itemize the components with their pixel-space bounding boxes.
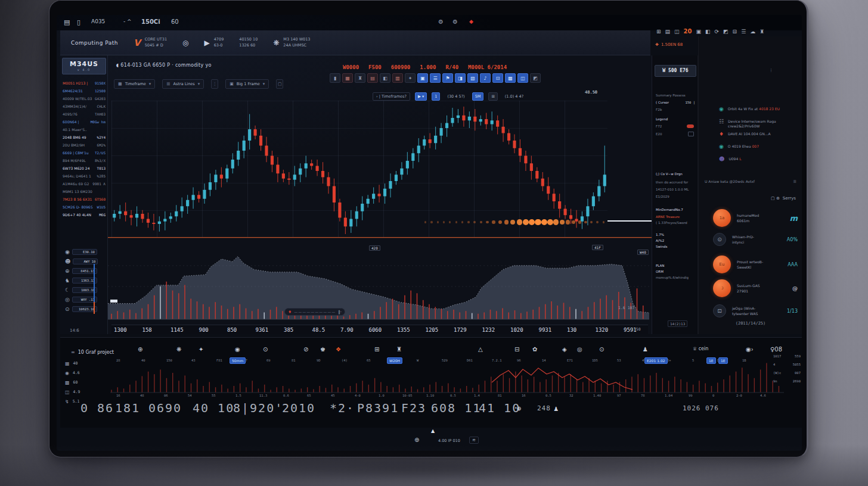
- order-row[interactable]: 14127-010 1.0.0 ML: [656, 188, 696, 191]
- filter-chip[interactable]: ▶ ▾: [415, 92, 427, 101]
- watchlist-row[interactable]: 6669 | C8M'1uT2/US: [60, 149, 108, 157]
- tool-button[interactable]: ▣: [417, 73, 428, 83]
- order-row[interactable]: Legend: [656, 117, 696, 121]
- toolbar-icon[interactable]: ☁: [750, 29, 755, 35]
- order-row[interactable]: PLAN: [656, 264, 696, 267]
- tool-button[interactable]: ♪: [480, 73, 491, 83]
- order-row[interactable]: F72: [656, 124, 696, 128]
- order-row[interactable]: ORM: [656, 270, 696, 273]
- tool-button[interactable]: ▥: [392, 73, 403, 83]
- collapse-arrow-icon[interactable]: ▲: [431, 428, 435, 434]
- toolbar-icon[interactable]: ◧: [705, 29, 711, 35]
- strip-icon[interactable]: ♚: [320, 346, 326, 353]
- contact-card[interactable]: EuProust wrteoB-SweetKlAAA: [713, 256, 798, 273]
- watchlist-row[interactable]: M9M1 13 6M230: [60, 188, 108, 195]
- gear-icon[interactable]: ⚙: [452, 18, 458, 25]
- notification-item[interactable]: ◉O 4019 Ehea 007: [719, 144, 799, 149]
- toolbar-icon[interactable]: ◫: [674, 29, 680, 35]
- legend-row[interactable]: ◫4.9: [65, 387, 80, 397]
- slider-hand[interactable]: ‖·: [338, 310, 342, 314]
- filter-chip[interactable]: 1: [432, 92, 440, 101]
- strip-icon[interactable]: ⊟: [514, 346, 519, 353]
- gear-group[interactable]: ❋ M3 140 W01324A UHMSC: [273, 37, 310, 49]
- strip-icon[interactable]: ✦: [199, 346, 203, 353]
- contact-card[interactable]: ⊡jeOga (WinA-tyteenter WAS1/13: [713, 304, 798, 317]
- logo-group[interactable]: V CORE UT315045 # D: [134, 37, 167, 49]
- order-row[interactable]: (;) Co V~w Drgn: [656, 172, 696, 176]
- tool-button[interactable]: ◨: [455, 73, 466, 83]
- filter-chip[interactable]: ⊞: [488, 92, 497, 101]
- order-row[interactable]: 1.7%: [656, 233, 696, 236]
- printer-icon[interactable]: ▤: [64, 18, 70, 26]
- tablet-icon[interactable]: ▯: [77, 18, 80, 26]
- order-row[interactable]: F2b: [656, 108, 696, 111]
- strip-icon[interactable]: ❖: [336, 346, 341, 353]
- order-row[interactable]: A/%2: [656, 239, 696, 242]
- toolbar-icon[interactable]: ⊟: [733, 29, 737, 35]
- order-row[interactable]: moreup%.6/whindig: [656, 276, 696, 279]
- diamond-icon[interactable]: ◆: [469, 18, 473, 24]
- strip-icon[interactable]: ❋: [176, 346, 181, 353]
- promo-row[interactable]: ✚ 1.50EN 68: [655, 42, 683, 47]
- contact-card[interactable]: 1ahumaneMod6061mm: [713, 209, 798, 227]
- strip-icon[interactable]: ♜: [396, 346, 402, 353]
- separator-chip[interactable]: ▢: [276, 79, 283, 89]
- contact-card[interactable]: ☽SusLum-GAS27901@: [713, 279, 798, 297]
- notification-item[interactable]: ♦DAVE AI 104.004 GN...A: [719, 132, 799, 137]
- gear-icon[interactable]: ⚙: [438, 18, 444, 25]
- badge-row[interactable]: ⊕8451.13: [61, 266, 108, 276]
- watchlist-row[interactable]: 2048 8M6 49%2Y4: [60, 133, 108, 141]
- tool-button[interactable]: ⚑: [442, 73, 453, 83]
- tool-button[interactable]: ♜: [355, 73, 365, 83]
- dropdown-1[interactable]: ☰Astra Lines▾: [162, 79, 204, 89]
- toolbar-icon[interactable]: ☰: [741, 29, 746, 35]
- strip-icon[interactable]: ◈: [562, 346, 567, 353]
- notification-item[interactable]: ☻U094 L: [719, 157, 799, 162]
- toolbar-icon[interactable]: ▤: [665, 29, 671, 35]
- order-row[interactable]: then do accrued for: [656, 180, 696, 184]
- order-row[interactable]: Summary Possess: [656, 94, 696, 97]
- tool-button[interactable]: ▮: [330, 73, 340, 83]
- legend-row[interactable]: ↯5.1: [65, 397, 80, 406]
- filter-chip[interactable]: 5M: [472, 92, 484, 101]
- strip-icon[interactable]: ♟: [643, 346, 648, 353]
- badge-20[interactable]: 20: [684, 28, 692, 35]
- dropdown-2[interactable]: ▣Big 1 Frame▾: [225, 79, 269, 89]
- legend-row[interactable]: ◉4.6: [65, 368, 80, 378]
- strip-icon[interactable]: ⊙: [599, 346, 604, 353]
- watchlist-row[interactable]: 6W73 M620 24T013: [60, 164, 108, 172]
- strip-icon[interactable]: ◎: [577, 346, 582, 353]
- order-row[interactable]: E1/2029: [656, 195, 696, 198]
- session-header[interactable]: ▢ ⊕ Serrys: [771, 196, 796, 201]
- watchlist-row[interactable]: 43MM34(1)4/CHLK: [60, 102, 108, 110]
- footer-menu-chip[interactable]: ≋: [469, 437, 479, 444]
- tool-button[interactable]: ☰: [430, 73, 441, 83]
- badge-row[interactable]: ♞1363.13: [61, 276, 108, 285]
- toolbar-icon[interactable]: ▣: [696, 29, 702, 35]
- dropdown-0[interactable]: ▦Timeframe▾: [114, 79, 155, 89]
- notification-item[interactable]: ◉Orbit 4a W Fix at 4018 23 EU: [719, 107, 799, 112]
- strip-icon[interactable]: ⊙: [263, 346, 268, 353]
- watchlist-row[interactable]: 9464s; D4641 1%285: [60, 172, 108, 180]
- tool-button[interactable]: ▧: [467, 73, 478, 83]
- menu-dots-icon[interactable]: ☰: [793, 179, 796, 183]
- tool-button[interactable]: ▤: [367, 73, 378, 83]
- strip-icon[interactable]: ◉›: [746, 346, 754, 353]
- badge-row[interactable]: ◉E30.10: [61, 247, 108, 257]
- watchlist-row[interactable]: 9D6+7 40 4L4NM6G: [60, 211, 108, 219]
- separator-chip[interactable]: ⋮: [211, 79, 218, 89]
- order-row[interactable]: ( Cursor150 |: [656, 101, 696, 104]
- strip-icon[interactable]: ✿: [532, 346, 537, 353]
- dial-icon[interactable]: ◎: [182, 39, 188, 47]
- toolbar-icon[interactable]: ⟳: [715, 29, 720, 35]
- order-row[interactable]: ( 1.33Freyes/Sword: [656, 221, 696, 225]
- strip-icon[interactable]: △: [478, 346, 483, 353]
- strip-icon[interactable]: ◉: [235, 346, 240, 353]
- watchlist-row[interactable]: A1M46u 69 G29901 A: [60, 180, 108, 188]
- watchlist-row[interactable]: 4095/76TAH03: [60, 110, 108, 118]
- tool-button[interactable]: ▦: [342, 73, 353, 83]
- legend-row[interactable]: ▩60: [65, 378, 80, 387]
- badge-row[interactable]: ☻AWY 10: [61, 257, 108, 266]
- badge-row[interactable]: ☾1003.18: [61, 285, 108, 295]
- toolbar-icon[interactable]: ◩: [723, 29, 728, 35]
